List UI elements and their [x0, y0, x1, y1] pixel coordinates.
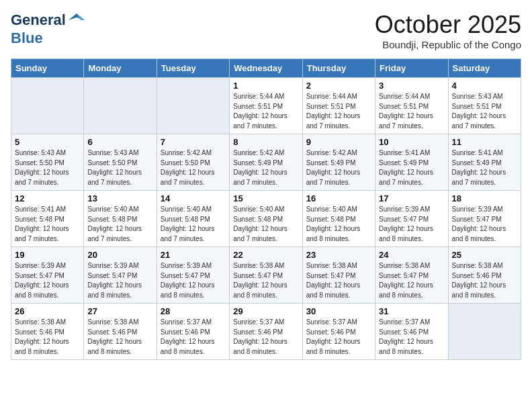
- day-info: Sunrise: 5:42 AM Sunset: 5:50 PM Dayligh…: [161, 148, 226, 187]
- calendar-cell: 25Sunrise: 5:38 AM Sunset: 5:46 PM Dayli…: [448, 247, 521, 304]
- calendar-cell: 16Sunrise: 5:40 AM Sunset: 5:48 PM Dayli…: [302, 191, 375, 247]
- calendar-cell: 29Sunrise: 5:37 AM Sunset: 5:46 PM Dayli…: [230, 304, 302, 360]
- week-row-3: 12Sunrise: 5:41 AM Sunset: 5:48 PM Dayli…: [11, 191, 521, 247]
- page-header: General Blue October 2025 Boundji, Repub…: [11, 11, 521, 50]
- day-number: 14: [161, 193, 226, 203]
- calendar-cell: 23Sunrise: 5:38 AM Sunset: 5:47 PM Dayli…: [302, 247, 375, 304]
- day-info: Sunrise: 5:40 AM Sunset: 5:48 PM Dayligh…: [233, 205, 298, 244]
- calendar-table: SundayMondayTuesdayWednesdayThursdayFrid…: [11, 58, 521, 360]
- day-info: Sunrise: 5:44 AM Sunset: 5:51 PM Dayligh…: [379, 92, 444, 131]
- day-number: 16: [306, 193, 371, 203]
- day-number: 10: [379, 137, 444, 147]
- week-row-2: 5Sunrise: 5:43 AM Sunset: 5:50 PM Daylig…: [11, 134, 521, 191]
- calendar-cell: 20Sunrise: 5:39 AM Sunset: 5:47 PM Dayli…: [84, 247, 157, 304]
- day-info: Sunrise: 5:38 AM Sunset: 5:46 PM Dayligh…: [87, 318, 152, 357]
- logo: General Blue: [11, 11, 86, 47]
- weekday-header-saturday: Saturday: [448, 59, 521, 78]
- week-row-1: 1Sunrise: 5:44 AM Sunset: 5:51 PM Daylig…: [11, 78, 521, 134]
- calendar-cell: 19Sunrise: 5:39 AM Sunset: 5:47 PM Dayli…: [11, 247, 84, 304]
- day-info: Sunrise: 5:40 AM Sunset: 5:48 PM Dayligh…: [306, 205, 371, 244]
- day-number: 15: [233, 193, 298, 203]
- day-number: 4: [452, 81, 517, 91]
- weekday-header-thursday: Thursday: [302, 59, 375, 78]
- day-info: Sunrise: 5:37 AM Sunset: 5:46 PM Dayligh…: [233, 318, 298, 357]
- calendar-cell: 8Sunrise: 5:42 AM Sunset: 5:49 PM Daylig…: [230, 134, 302, 191]
- day-info: Sunrise: 5:42 AM Sunset: 5:49 PM Dayligh…: [233, 148, 298, 187]
- week-row-4: 19Sunrise: 5:39 AM Sunset: 5:47 PM Dayli…: [11, 247, 521, 304]
- day-number: 26: [15, 306, 80, 316]
- month-title: October 2025: [375, 11, 521, 39]
- day-info: Sunrise: 5:40 AM Sunset: 5:48 PM Dayligh…: [87, 205, 152, 244]
- title-block: October 2025 Boundji, Republic of the Co…: [375, 11, 521, 50]
- calendar-cell: 6Sunrise: 5:43 AM Sunset: 5:50 PM Daylig…: [84, 134, 157, 191]
- weekday-header-wednesday: Wednesday: [230, 59, 302, 78]
- day-info: Sunrise: 5:44 AM Sunset: 5:51 PM Dayligh…: [306, 92, 371, 131]
- calendar-cell: 11Sunrise: 5:41 AM Sunset: 5:49 PM Dayli…: [448, 134, 521, 191]
- day-number: 7: [161, 137, 226, 147]
- day-info: Sunrise: 5:43 AM Sunset: 5:51 PM Dayligh…: [452, 92, 517, 131]
- day-info: Sunrise: 5:38 AM Sunset: 5:46 PM Dayligh…: [15, 318, 80, 357]
- day-number: 30: [306, 306, 371, 316]
- day-info: Sunrise: 5:38 AM Sunset: 5:47 PM Dayligh…: [306, 261, 371, 300]
- calendar-cell: 18Sunrise: 5:39 AM Sunset: 5:47 PM Dayli…: [448, 191, 521, 247]
- day-number: 22: [233, 250, 298, 260]
- day-info: Sunrise: 5:44 AM Sunset: 5:51 PM Dayligh…: [233, 92, 298, 131]
- day-number: 6: [87, 137, 152, 147]
- calendar-cell: 12Sunrise: 5:41 AM Sunset: 5:48 PM Dayli…: [11, 191, 84, 247]
- day-number: 27: [87, 306, 152, 316]
- calendar-cell: 7Sunrise: 5:42 AM Sunset: 5:50 PM Daylig…: [157, 134, 229, 191]
- logo-blue: Blue: [11, 30, 43, 46]
- day-number: 17: [379, 193, 444, 203]
- day-number: 12: [15, 193, 80, 203]
- day-number: 9: [306, 137, 371, 147]
- calendar-cell: [84, 78, 157, 134]
- weekday-header-sunday: Sunday: [11, 59, 84, 78]
- day-number: 29: [233, 306, 298, 316]
- calendar-cell: 21Sunrise: 5:39 AM Sunset: 5:47 PM Dayli…: [157, 247, 229, 304]
- calendar-cell: [11, 78, 84, 134]
- logo-bird-icon: [67, 11, 86, 30]
- calendar-cell: 24Sunrise: 5:38 AM Sunset: 5:47 PM Dayli…: [375, 247, 448, 304]
- day-info: Sunrise: 5:39 AM Sunset: 5:47 PM Dayligh…: [161, 261, 226, 300]
- day-info: Sunrise: 5:37 AM Sunset: 5:46 PM Dayligh…: [161, 318, 226, 357]
- weekday-header-tuesday: Tuesday: [157, 59, 229, 78]
- day-number: 25: [452, 250, 517, 260]
- day-number: 28: [161, 306, 226, 316]
- day-info: Sunrise: 5:38 AM Sunset: 5:47 PM Dayligh…: [379, 261, 444, 300]
- day-info: Sunrise: 5:43 AM Sunset: 5:50 PM Dayligh…: [87, 148, 152, 187]
- calendar-cell: [157, 78, 229, 134]
- day-number: 19: [15, 250, 80, 260]
- weekday-header-friday: Friday: [375, 59, 448, 78]
- day-number: 8: [233, 137, 298, 147]
- day-info: Sunrise: 5:39 AM Sunset: 5:47 PM Dayligh…: [15, 261, 80, 300]
- day-info: Sunrise: 5:41 AM Sunset: 5:48 PM Dayligh…: [15, 205, 80, 244]
- calendar-cell: [448, 304, 521, 360]
- day-info: Sunrise: 5:40 AM Sunset: 5:48 PM Dayligh…: [161, 205, 226, 244]
- calendar-cell: 14Sunrise: 5:40 AM Sunset: 5:48 PM Dayli…: [157, 191, 229, 247]
- calendar-cell: 27Sunrise: 5:38 AM Sunset: 5:46 PM Dayli…: [84, 304, 157, 360]
- calendar-cell: 9Sunrise: 5:42 AM Sunset: 5:49 PM Daylig…: [302, 134, 375, 191]
- weekday-header-row: SundayMondayTuesdayWednesdayThursdayFrid…: [11, 59, 521, 78]
- calendar-cell: 10Sunrise: 5:41 AM Sunset: 5:49 PM Dayli…: [375, 134, 448, 191]
- calendar-cell: 5Sunrise: 5:43 AM Sunset: 5:50 PM Daylig…: [11, 134, 84, 191]
- calendar-cell: 2Sunrise: 5:44 AM Sunset: 5:51 PM Daylig…: [302, 78, 375, 134]
- day-info: Sunrise: 5:37 AM Sunset: 5:46 PM Dayligh…: [306, 318, 371, 357]
- day-info: Sunrise: 5:43 AM Sunset: 5:50 PM Dayligh…: [15, 148, 80, 187]
- day-number: 5: [15, 137, 80, 147]
- calendar-cell: 13Sunrise: 5:40 AM Sunset: 5:48 PM Dayli…: [84, 191, 157, 247]
- day-info: Sunrise: 5:41 AM Sunset: 5:49 PM Dayligh…: [452, 148, 517, 187]
- calendar-cell: 31Sunrise: 5:37 AM Sunset: 5:46 PM Dayli…: [375, 304, 448, 360]
- logo-general: General: [11, 11, 66, 29]
- calendar-cell: 4Sunrise: 5:43 AM Sunset: 5:51 PM Daylig…: [448, 78, 521, 134]
- day-info: Sunrise: 5:37 AM Sunset: 5:46 PM Dayligh…: [379, 318, 444, 357]
- day-info: Sunrise: 5:39 AM Sunset: 5:47 PM Dayligh…: [87, 261, 152, 300]
- calendar-cell: 1Sunrise: 5:44 AM Sunset: 5:51 PM Daylig…: [230, 78, 302, 134]
- day-info: Sunrise: 5:38 AM Sunset: 5:47 PM Dayligh…: [233, 261, 298, 300]
- calendar-cell: 28Sunrise: 5:37 AM Sunset: 5:46 PM Dayli…: [157, 304, 229, 360]
- day-info: Sunrise: 5:41 AM Sunset: 5:49 PM Dayligh…: [379, 148, 444, 187]
- day-number: 31: [379, 306, 444, 316]
- day-number: 2: [306, 81, 371, 91]
- day-number: 13: [87, 193, 152, 203]
- day-number: 21: [161, 250, 226, 260]
- day-info: Sunrise: 5:39 AM Sunset: 5:47 PM Dayligh…: [452, 205, 517, 244]
